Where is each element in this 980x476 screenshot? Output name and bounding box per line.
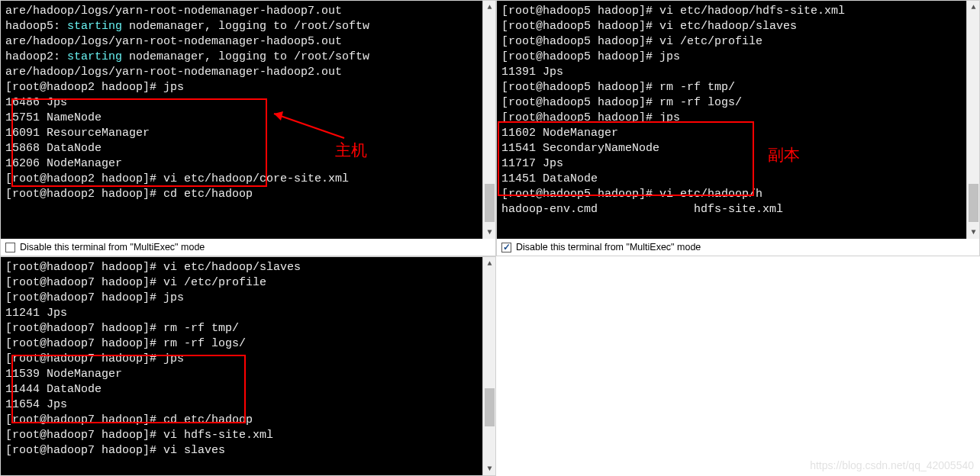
terminal-pane-hadoop7: [root@hadoop7 hadoop]# vi etc/hadoop/sla… [0,256,496,476]
terminal-line: 11539 NodeManager [5,367,491,382]
terminal-output-hadoop2[interactable]: are/hadoop/logs/yarn-root-nodemanager-ha… [1,1,495,239]
terminal-line: [root@hadoop2 hadoop]# cd etc/hadoop [5,187,491,202]
multiexec-footer: Disable this terminal from "MultiExec" m… [1,239,495,256]
terminal-line: 11451 DataNode [501,172,975,187]
multiexec-label: Disable this terminal from "MultiExec" m… [20,242,205,252]
scroll-up-icon[interactable]: ▲ [483,257,495,270]
terminal-line: 11241 Jps [5,306,491,321]
terminal-line: 11391 Jps [501,65,975,80]
terminal-line: 16486 Jps [5,95,491,111]
scroll-down-icon[interactable]: ▼ [483,462,495,475]
terminal-line: 11541 SecondaryNameNode [501,141,975,156]
terminal-line: are/hadoop/logs/yarn-root-nodemanager-ha… [5,65,491,80]
terminal-line: hadoop5: starting nodemanager, logging t… [5,19,491,34]
scroll-thumb[interactable] [485,184,495,222]
terminal-line: [root@hadoop7 hadoop]# rm -rf tmp/ [5,321,491,336]
scroll-down-icon[interactable]: ▼ [483,226,495,239]
multiexec-footer: ✓ Disable this terminal from "MultiExec"… [497,239,979,256]
terminal-line: are/hadoop/logs/yarn-root-nodemanager-ha… [5,4,491,19]
terminal-line: [root@hadoop5 hadoop]# vi etc/hadoop/sla… [501,19,975,34]
blank-pane [496,256,980,476]
multiexec-checkbox-checked[interactable]: ✓ [501,243,511,252]
terminal-line: [root@hadoop7 hadoop]# vi /etc/profile [5,275,491,291]
terminal-line: [root@hadoop5 hadoop]# vi /etc/profile [501,34,975,50]
scroll-down-icon[interactable]: ▼ [967,226,979,239]
terminal-output-hadoop5[interactable]: [root@hadoop5 hadoop]# vi etc/hadoop/hdf… [497,1,979,239]
terminal-line: 16206 NodeManager [5,156,491,172]
multiexec-checkbox-unchecked[interactable] [5,243,15,252]
terminal-line: 11444 DataNode [5,382,491,397]
scroll-up-icon[interactable]: ▲ [483,1,495,14]
terminal-line: 11654 Jps [5,397,491,413]
terminal-line: [root@hadoop5 hadoop]# vi etc/hadoop/hdf… [501,4,975,19]
terminal-line: hadoop2: starting nodemanager, logging t… [5,50,491,65]
scrollbar[interactable]: ▲ ▼ [482,257,495,475]
scroll-thumb[interactable] [485,388,495,426]
scrollbar[interactable]: ▲ ▼ [482,1,495,239]
terminal-line: 15868 DataNode [5,141,491,156]
terminal-line: [root@hadoop7 hadoop]# vi slaves [5,443,491,458]
terminal-line: [root@hadoop7 hadoop]# jps [5,352,491,367]
terminal-line: [root@hadoop5 hadoop]# rm -rf tmp/ [501,80,975,95]
scroll-thumb[interactable] [969,184,978,222]
terminal-line: [root@hadoop5 hadoop]# rm -rf logs/ [501,95,975,111]
terminal-line: [root@hadoop5 hadoop]# vi etc/hadoop/h [501,187,975,202]
terminal-line: [root@hadoop2 hadoop]# jps [5,80,491,95]
terminal-line: [root@hadoop7 hadoop]# cd etc/hadoop [5,413,491,428]
multiexec-label: Disable this terminal from "MultiExec" m… [516,242,701,252]
scrollbar[interactable]: ▲ ▼ [966,1,979,239]
terminal-line: 11602 NodeManager [501,126,975,141]
terminal-line: 16091 ResourceManager [5,126,491,141]
terminal-pane-hadoop5: [root@hadoop5 hadoop]# vi etc/hadoop/hdf… [496,0,980,256]
terminal-line: hadoop-env.cmd hdfs-site.xml [501,202,975,217]
terminal-line: [root@hadoop2 hadoop]# vi etc/hadoop/cor… [5,172,491,187]
terminal-line: [root@hadoop5 hadoop]# jps [501,50,975,65]
scroll-up-icon[interactable]: ▲ [967,1,979,14]
terminal-line: 15751 NameNode [5,111,491,126]
terminal-line: 11717 Jps [501,156,975,172]
terminal-line: [root@hadoop5 hadoop]# jps [501,111,975,126]
terminal-line: [root@hadoop7 hadoop]# vi etc/hadoop/sla… [5,260,491,275]
terminal-line: [root@hadoop7 hadoop]# jps [5,291,491,306]
terminal-pane-hadoop2: are/hadoop/logs/yarn-root-nodemanager-ha… [0,0,496,256]
terminal-line: [root@hadoop7 hadoop]# rm -rf logs/ [5,336,491,352]
terminal-output-hadoop7[interactable]: [root@hadoop7 hadoop]# vi etc/hadoop/sla… [1,257,495,475]
terminal-line: are/hadoop/logs/yarn-root-nodemanager-ha… [5,34,491,50]
terminal-line: [root@hadoop7 hadoop]# vi hdfs-site.xml [5,428,491,443]
